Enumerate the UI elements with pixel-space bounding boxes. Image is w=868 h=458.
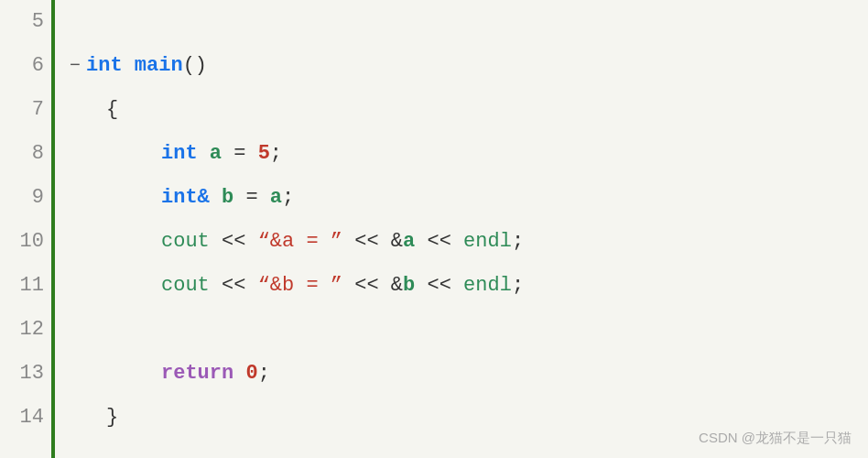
assign-8: = [222,132,258,176]
op-11c: << [415,264,463,308]
semi-10: ; [512,220,524,264]
keyword-return: return [161,352,233,396]
code-area: − int main () { int a = 5 ; int& [55,0,868,458]
line-num-7: 7 [32,88,44,132]
keyword-int-9: int& [161,176,210,220]
code-line-7: { [70,88,868,132]
line-num-10: 10 [20,220,44,264]
cout-11: cout [161,264,210,308]
var-b-11: b [403,264,415,308]
var-a-ref: a [270,176,282,220]
fold-icon-6[interactable]: − [70,44,81,88]
num-5: 5 [258,132,270,176]
code-line-10: cout << “&a = ” << &a << endl ; [70,220,868,264]
op-10b: << [342,220,391,264]
code-line-12 [70,308,868,352]
endl-11: endl [463,264,512,308]
assign-9: = [233,176,270,220]
line-num-5: 5 [32,0,44,44]
keyword-int-8: int [161,132,198,176]
semi-13: ; [258,352,270,396]
op-10c: << [415,220,463,264]
keyword-int-6: int [86,44,123,88]
code-line-11: cout << “&b = ” << &b << endl ; [70,264,868,308]
semi-9: ; [282,176,294,220]
space-6a [123,44,135,88]
cout-10: cout [161,220,210,264]
ref-10a: & [391,220,403,264]
func-main: main [135,44,183,88]
code-line-8: int a = 5 ; [70,132,868,176]
code-line-6: − int main () [70,44,868,88]
line-num-12: 12 [20,308,44,352]
brace-open: { [106,88,118,132]
line-num-11: 11 [20,264,44,308]
code-line-13: return 0 ; [70,352,868,396]
op-11b: << [342,264,391,308]
var-b: b [222,176,233,220]
var-a: a [210,132,222,176]
editor-container: 5 6 7 8 9 10 11 12 13 14 − int main () { [0,0,868,458]
space-13 [233,352,245,396]
var-a-10: a [403,220,415,264]
op-11a: << [210,264,258,308]
parens-6: () [183,44,207,88]
line-num-6: 6 [32,44,44,88]
op-10a: << [210,220,258,264]
line-num-9: 9 [32,176,44,220]
endl-10: endl [463,220,512,264]
ref-11b: & [391,264,403,308]
semi-8: ; [270,132,282,176]
line-numbers: 5 6 7 8 9 10 11 12 13 14 [0,0,55,458]
line-num-13: 13 [20,352,44,396]
line-num-14: 14 [20,396,44,440]
space-8a [198,132,210,176]
watermark: CSDN @龙猫不是一只猫 [699,430,852,447]
code-line-9: int& b = a ; [70,176,868,220]
semi-11: ; [512,264,524,308]
code-line-5 [70,0,868,44]
num-0: 0 [245,352,257,396]
space-9a [210,176,222,220]
line-num-8: 8 [32,132,44,176]
str-10a: “&a = ” [258,220,342,264]
brace-close: } [106,396,118,440]
str-11a: “&b = ” [258,264,342,308]
